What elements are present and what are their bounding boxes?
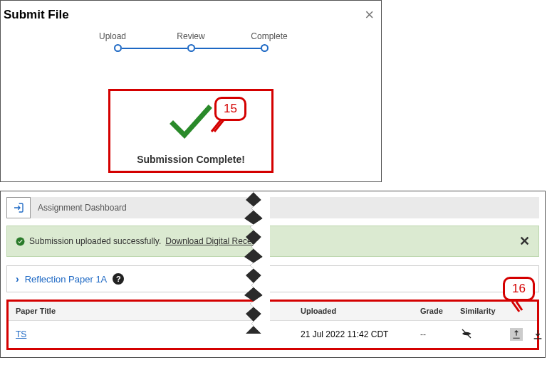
assignment-row[interactable]: › Reflection Paper 1A ? — [6, 265, 539, 292]
grade-cell: -- — [420, 329, 460, 339]
step-label-upload: Upload — [73, 31, 152, 41]
enter-icon — [13, 202, 24, 213]
col-header-similarity: Similarity — [460, 307, 510, 315]
annotation-callout-15: 15 — [214, 97, 246, 121]
step-dot-review — [187, 44, 195, 52]
download-icon[interactable] — [531, 328, 544, 341]
paper-title-link[interactable]: TS — [16, 329, 26, 339]
uploaded-cell: 21 Jul 2022 11:42 CDT — [301, 329, 420, 339]
submit-file-modal: Submit File × Upload Review Complete 15 … — [0, 0, 382, 182]
step-dot-upload — [114, 44, 122, 52]
step-line — [122, 48, 187, 49]
assignment-title: Reflection Paper 1A — [25, 274, 108, 285]
close-icon[interactable]: × — [365, 6, 374, 24]
similarity-off-icon — [460, 327, 473, 340]
submission-complete-text: Submission Complete! — [118, 154, 264, 165]
banner-close-icon[interactable]: ✕ — [519, 233, 530, 249]
success-banner: Submission uploaded successfully. Downlo… — [6, 226, 539, 257]
download-receipt-link[interactable]: Download Digital Receipt — [165, 236, 261, 246]
table-row: TS 21 Jul 2022 11:42 CDT -- — [9, 321, 537, 348]
col-header-uploaded: Uploaded — [301, 307, 420, 315]
table-header-row: Paper Title Uploaded Grade Similarity — [9, 302, 537, 321]
col-header-grade: Grade — [420, 307, 460, 315]
step-label-complete: Complete — [230, 31, 308, 41]
submission-complete-box: Submission Complete! — [108, 89, 274, 173]
stepper: Upload Review Complete — [1, 31, 381, 52]
modal-title: Submit File — [4, 8, 69, 22]
step-line — [195, 48, 261, 49]
dashboard-tab-label[interactable]: Assignment Dashboard — [31, 203, 127, 213]
success-text: Submission uploaded successfully. — [29, 236, 161, 246]
submissions-table: Paper Title Uploaded Grade Similarity TS… — [6, 300, 539, 350]
col-header-title: Paper Title — [16, 307, 301, 315]
help-icon[interactable]: ? — [113, 273, 124, 285]
check-circle-icon — [16, 237, 25, 246]
modal-header: Submit File × — [1, 1, 381, 31]
dashboard-tab-bar: Assignment Dashboard — [6, 197, 539, 218]
upload-icon[interactable] — [510, 328, 523, 341]
step-dot-complete — [261, 44, 269, 52]
chevron-right-icon: › — [16, 273, 19, 285]
annotation-callout-16: 16 — [503, 277, 535, 301]
dashboard-home-button[interactable] — [6, 197, 31, 218]
annotation-callout-16-pointer — [509, 300, 523, 313]
assignment-dashboard-panel: Assignment Dashboard Submission uploaded… — [0, 191, 546, 358]
step-label-review: Review — [152, 31, 230, 41]
